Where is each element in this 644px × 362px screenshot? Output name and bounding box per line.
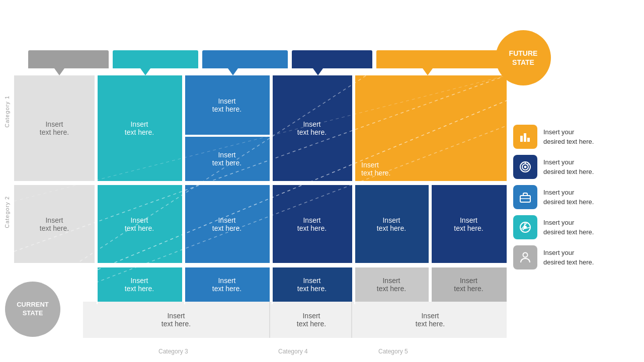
icon-panel: Insert yourdesired text here. Insert you… xyxy=(513,125,641,269)
year1-header xyxy=(28,50,109,68)
cell-y4-c1: Inserttext here. xyxy=(272,75,352,181)
svg-point-18 xyxy=(524,226,527,229)
category2-label: Category 2 xyxy=(4,196,10,228)
svg-rect-5 xyxy=(520,136,523,142)
divider-y4-y5 xyxy=(354,75,355,304)
divider-y3-y4 xyxy=(272,75,273,304)
icon-row-1: Insert yourdesired text here. xyxy=(513,125,641,149)
svg-rect-7 xyxy=(527,138,530,142)
year5-triangle xyxy=(423,68,433,75)
cell-bg-c1: Inserttext here. xyxy=(83,302,270,338)
cell-y5-c1: Inserttext here. xyxy=(354,75,507,181)
cell-y3-c3: Inserttext here. xyxy=(184,267,270,302)
cell-y5-c3b: Inserttext here. xyxy=(431,267,507,302)
divider-y3-interior xyxy=(184,135,270,136)
cell-y2-c1: Inserttext here. xyxy=(97,75,182,181)
cell-y1-c2: Inserttext here. xyxy=(14,185,95,263)
cell-y3-c2: Inserttext here. xyxy=(184,185,270,263)
icon-row-3: Insert yourdesired text here. xyxy=(513,185,641,209)
cell-bg-c3: Inserttext here. xyxy=(354,302,507,338)
cell-y5-c3a: Inserttext here. xyxy=(354,267,429,302)
bar-chart-icon xyxy=(513,125,537,149)
svg-point-19 xyxy=(523,253,528,257)
category4-label: Category 4 xyxy=(278,348,308,355)
icon-row-4: Insert yourdesired text here. xyxy=(513,215,641,239)
cell-y2-c3: Inserttext here. xyxy=(97,267,182,302)
cell-bg-c2: Inserttext here. xyxy=(272,302,352,338)
cell-y5-c2a: Inserttext here. xyxy=(354,185,429,263)
year1-triangle xyxy=(54,68,64,75)
year3-triangle xyxy=(228,68,238,75)
current-state-badge: CURRENTSTATE xyxy=(5,282,60,337)
divider-y1-y2 xyxy=(97,75,98,304)
cell-y4-c2: Inserttext here. xyxy=(272,185,352,263)
year4-triangle xyxy=(313,68,323,75)
divider-y5-interior xyxy=(431,185,432,302)
future-state-badge: FUTURESTATE xyxy=(496,30,551,85)
category3-label: Category 3 xyxy=(158,348,188,355)
cell-y5-c2b: Inserttext here. xyxy=(431,185,507,263)
icon-row-2: Insert yourdesired text here. xyxy=(513,155,641,179)
icon-text-4: Insert yourdesired text here. xyxy=(543,218,594,237)
svg-point-10 xyxy=(524,166,527,168)
cell-y3-c1a: Inserttext here. xyxy=(184,75,270,135)
icon-text-3: Insert yourdesired text here. xyxy=(543,188,594,207)
year4-header xyxy=(292,50,372,68)
icon-text-1: Insert yourdesired text here. xyxy=(543,127,594,147)
hdivider-c1-c2 xyxy=(14,184,507,185)
category5-label: Category 5 xyxy=(378,348,408,355)
icon-row-5: Insert yourdesired text here. xyxy=(513,245,641,269)
cell-y3-c1b: Inserttext here. xyxy=(184,137,270,181)
icon-text-2: Insert yourdesired text here. xyxy=(543,157,594,177)
icon-text-5: Insert yourdesired text here. xyxy=(543,248,594,267)
cell-y4-c3: Inserttext here. xyxy=(272,267,352,302)
target-icon xyxy=(513,155,537,179)
aperture-icon xyxy=(513,215,537,239)
divider-y2-y3 xyxy=(184,75,185,304)
year2-header xyxy=(113,50,198,68)
year3-header xyxy=(202,50,288,68)
category1-label: Category 1 xyxy=(4,96,10,128)
person-icon xyxy=(513,245,537,269)
cell-y2-c2: Inserttext here. xyxy=(97,185,182,263)
year2-triangle xyxy=(140,68,150,75)
hdivider-c2-c3 xyxy=(97,266,507,267)
briefcase-icon xyxy=(513,185,537,209)
svg-rect-6 xyxy=(524,133,526,142)
cell-y1-c1: Inserttext here. xyxy=(14,75,95,181)
